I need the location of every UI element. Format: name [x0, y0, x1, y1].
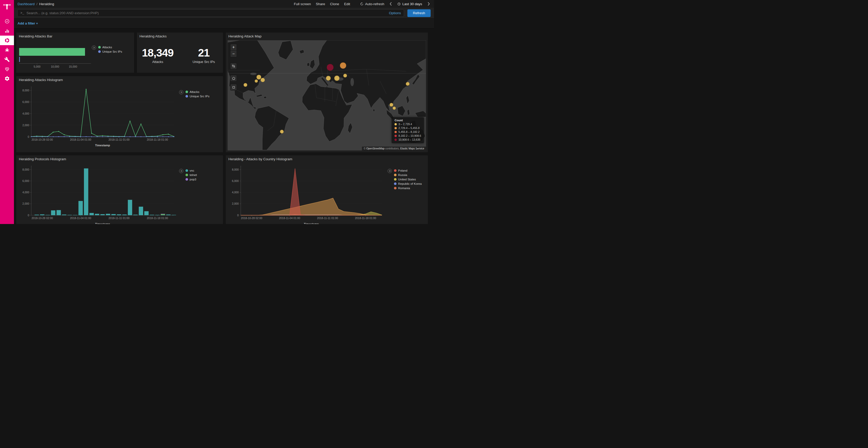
- svg-text:2018-11-04 01:00: 2018-11-04 01:00: [70, 138, 91, 141]
- map-marker[interactable]: [406, 82, 410, 86]
- map-marker[interactable]: [334, 76, 340, 81]
- heartbeat-icon: [4, 66, 10, 72]
- svg-text:6,000: 6,000: [23, 179, 29, 182]
- country-histogram-chart[interactable]: 02,0004,0006,0008,0002018-10-28 02:00201…: [228, 164, 385, 224]
- legend-item-vnc[interactable]: vnc: [185, 169, 197, 172]
- map-marker[interactable]: [327, 64, 334, 71]
- map-marker[interactable]: [244, 83, 247, 87]
- sidebar-item-dashboards[interactable]: [0, 16, 14, 26]
- edit-button[interactable]: Edit: [344, 2, 350, 6]
- chevron-left-icon: [390, 2, 392, 6]
- map-legend-label: 3 – 2,729.4: [398, 123, 412, 126]
- panel-country-histogram: Heralding - Attacks by Country Histogram…: [226, 156, 428, 224]
- chevron-right-icon: [428, 2, 430, 6]
- attribution-middle: contributors,: [385, 147, 400, 150]
- topbar-actions: Full screen Share Clone Edit Auto-refres…: [294, 2, 430, 6]
- legend-color-dot: [394, 178, 397, 181]
- polygon-icon: [232, 77, 235, 80]
- sidebar-item-settings[interactable]: [0, 74, 14, 83]
- time-range-picker[interactable]: Last 30 days: [397, 2, 422, 6]
- legend-toggle-icon[interactable]: [92, 45, 96, 50]
- refresh-button[interactable]: Refresh: [407, 9, 431, 17]
- time-forward-button[interactable]: [427, 2, 430, 6]
- svg-text:0: 0: [28, 214, 29, 217]
- zoom-out-button[interactable]: −: [230, 50, 237, 57]
- osm-link[interactable]: OpenStreetMap: [366, 147, 385, 150]
- sidebar-item-heralding-dashboard[interactable]: [0, 36, 14, 45]
- panel-attacks-histogram: Heralding Attacks Histogram 02,0004,0006…: [16, 76, 223, 152]
- panel-attack-map: Heralding Attack Map: [226, 33, 428, 152]
- protocols-histogram-chart[interactable]: 02,0004,0006,0008,0002018-10-28 02:00201…: [19, 164, 178, 224]
- map-legend-items: 3 – 2,729.42,729.4 – 5,455.85,455.8 – 8,…: [395, 123, 421, 141]
- legend-label: United States: [398, 178, 416, 181]
- world-map[interactable]: + − Count 3 – 2,729: [227, 40, 426, 150]
- legend-item-republic-of-korea[interactable]: Republic of Korea: [394, 182, 422, 185]
- svg-text:2018-11-04 01:00: 2018-11-04 01:00: [279, 216, 300, 219]
- legend-color-dot: [98, 46, 101, 48]
- draw-polygon-button[interactable]: [230, 75, 237, 81]
- map-legend-title: Count: [395, 119, 421, 122]
- auto-refresh-button[interactable]: Auto-refresh: [360, 2, 384, 6]
- panel-title: Heralding - Attacks by Country Histogram: [228, 157, 292, 161]
- legend-item-romania[interactable]: Romania: [394, 186, 422, 190]
- svg-text:Timestamp: Timestamp: [95, 222, 110, 224]
- panel-attacks-metric: Heralding Attacks 18,349 Attacks 21 Uniq…: [137, 33, 223, 73]
- map-marker[interactable]: [389, 103, 393, 107]
- svg-text:2,000: 2,000: [232, 202, 239, 205]
- metric-unique-src-ips: 21 Unique Src IPs: [190, 47, 218, 64]
- sidebar-item-honeypot[interactable]: [0, 45, 14, 55]
- legend-color-dot: [185, 174, 188, 176]
- svg-text:2018-11-04 01:00: 2018-11-04 01:00: [70, 216, 91, 219]
- fit-bounds-button[interactable]: [230, 63, 237, 69]
- map-marker[interactable]: [280, 130, 284, 134]
- legend-label: Attacks: [102, 46, 112, 49]
- legend-toggle-icon[interactable]: [388, 169, 392, 173]
- search-input[interactable]: [26, 11, 386, 15]
- legend-item-unique-src-ips[interactable]: Unique Src IPs: [185, 95, 210, 98]
- zoom-in-button[interactable]: +: [230, 44, 237, 50]
- panel-protocols-histogram: Heralding Protocols Histogram 02,0004,00…: [16, 156, 223, 224]
- add-filter-link[interactable]: Add a filter +: [18, 22, 38, 25]
- legend-item-telnet[interactable]: telnet: [185, 173, 197, 176]
- options-link[interactable]: Options: [389, 11, 401, 15]
- map-legend-color-dot: [395, 127, 397, 129]
- svg-text:0: 0: [28, 135, 29, 138]
- time-back-button[interactable]: [389, 2, 393, 6]
- svg-text:4,000: 4,000: [23, 112, 29, 115]
- auto-refresh-label: Auto-refresh: [365, 2, 384, 6]
- ems-link[interactable]: Elastic Maps Service: [400, 147, 424, 150]
- breadcrumb-dashboard-link[interactable]: Dashboard: [18, 2, 35, 6]
- map-legend: Count 3 – 2,729.42,729.4 – 5,455.85,455.…: [392, 117, 424, 143]
- legend-item-poland[interactable]: Poland: [394, 169, 422, 172]
- share-button[interactable]: Share: [316, 2, 325, 6]
- legend-item-russia[interactable]: Russia: [394, 173, 422, 176]
- draw-rectangle-button[interactable]: [230, 84, 237, 91]
- legend-toggle-icon[interactable]: [179, 90, 183, 95]
- attacks-histogram-legend: AttacksUnique Src IPs: [179, 90, 210, 98]
- map-marker[interactable]: [340, 63, 346, 69]
- search-bar: >_ Options Refresh: [14, 8, 434, 19]
- full-screen-button[interactable]: Full screen: [294, 2, 311, 6]
- sidebar-item-health[interactable]: [0, 64, 14, 74]
- legend-toggle-icon[interactable]: [179, 169, 183, 173]
- attacks-histogram-chart[interactable]: 02,0004,0006,0008,0002018-10-28 02:00201…: [19, 84, 178, 148]
- legend-item-pop3[interactable]: pop3: [185, 178, 197, 181]
- attacks-bar-chart[interactable]: 5,00010,00015,000: [18, 42, 93, 71]
- clone-button[interactable]: Clone: [330, 2, 339, 6]
- legend-label: Poland: [398, 169, 407, 172]
- sidebar-item-tools[interactable]: [0, 55, 14, 64]
- gear-icon: [4, 76, 10, 81]
- map-marker[interactable]: [393, 106, 396, 110]
- map-marker[interactable]: [255, 79, 258, 82]
- legend-item-attacks[interactable]: Attacks: [185, 90, 210, 94]
- legend-item-united-states[interactable]: United States: [394, 178, 422, 181]
- legend-item-unique-src-ips[interactable]: Unique Src IPs: [98, 50, 122, 53]
- map-marker[interactable]: [326, 76, 331, 81]
- bar-chart-icon: [4, 28, 10, 34]
- svg-text:10,000: 10,000: [51, 65, 59, 68]
- sidebar-item-visualize[interactable]: [0, 26, 14, 36]
- legend-item-attacks[interactable]: Attacks: [98, 46, 122, 49]
- map-marker[interactable]: [343, 74, 347, 77]
- svg-text:2,000: 2,000: [23, 124, 29, 127]
- map-marker[interactable]: [260, 78, 265, 82]
